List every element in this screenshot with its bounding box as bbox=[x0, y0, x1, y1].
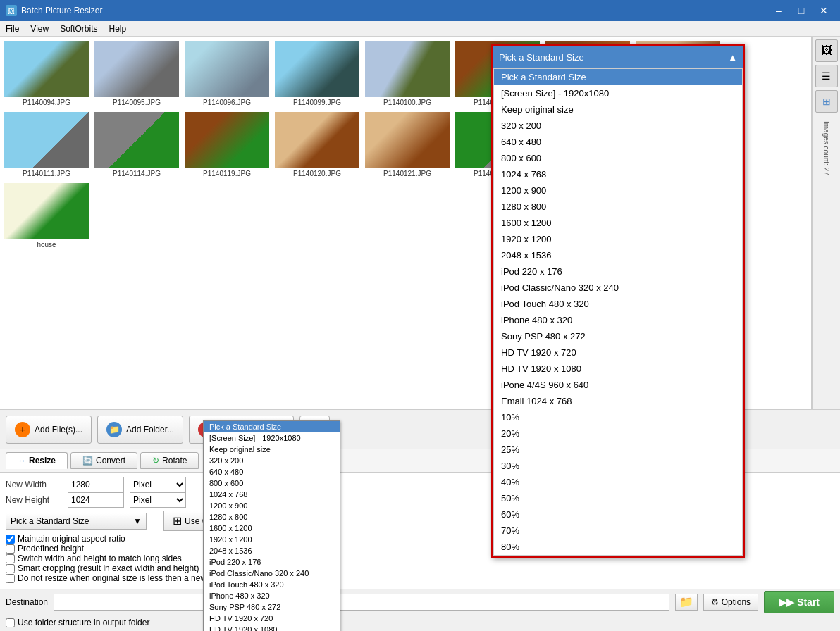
thumbnail-label: P1140095.JPG bbox=[113, 99, 161, 106]
dropdown-item[interactable]: 40% bbox=[494, 474, 742, 490]
thumbnail-image bbox=[4, 112, 89, 168]
small-dropdown-item[interactable]: HD TV 1920 x 720 bbox=[204, 613, 340, 624]
dropdown-list[interactable]: Pick a Standard Size[Screen Size] - 1920… bbox=[493, 68, 743, 556]
small-dropdown-item[interactable]: Keep original size bbox=[204, 444, 340, 455]
small-dropdown-item[interactable]: 1600 x 1200 bbox=[204, 523, 340, 534]
list-item[interactable]: P1140114.JPG bbox=[93, 111, 180, 179]
maintain-aspect-label: Maintain original aspect ratio bbox=[18, 534, 125, 544]
dropdown-item[interactable]: Keep original size bbox=[494, 101, 742, 118]
list-item[interactable]: P1140120.JPG bbox=[273, 111, 361, 179]
list-item[interactable]: house bbox=[3, 182, 90, 250]
dropdown-item[interactable]: iPod 220 x 176 bbox=[494, 263, 742, 280]
dropdown-item[interactable]: 20% bbox=[494, 425, 742, 442]
options-button[interactable]: ⚙ Options bbox=[703, 594, 758, 611]
dropdown-item[interactable]: 320 x 200 bbox=[494, 118, 742, 134]
sidebar-view-btn-3[interactable]: ⊞ bbox=[815, 90, 838, 113]
dropdown-item[interactable]: 80% bbox=[494, 539, 742, 555]
list-item[interactable]: P1140100.JPG bbox=[364, 39, 451, 108]
dropdown-item[interactable]: 2048 x 1536 bbox=[494, 247, 742, 263]
small-dropdown-item[interactable]: 640 x 480 bbox=[204, 466, 340, 477]
dropdown-item[interactable]: 10% bbox=[494, 409, 742, 425]
list-item[interactable]: P1140119.JPG bbox=[183, 111, 271, 179]
tab-resize[interactable]: ↔ Resize bbox=[6, 452, 68, 469]
destination-input[interactable] bbox=[54, 594, 669, 611]
close-button[interactable]: ✕ bbox=[813, 0, 834, 21]
dropdown-item[interactable]: iPod Touch 480 x 320 bbox=[494, 296, 742, 312]
dropdown-item[interactable]: HD TV 1920 x 1080 bbox=[494, 361, 742, 377]
new-width-input[interactable] bbox=[68, 477, 124, 492]
dropdown-item[interactable]: 60% bbox=[494, 506, 742, 523]
dropdown-item[interactable]: HD TV 1920 x 720 bbox=[494, 344, 742, 361]
small-dropdown-item[interactable]: Sony PSP 480 x 272 bbox=[204, 601, 340, 613]
sidebar-view-btn-1[interactable]: 🖼 bbox=[815, 39, 838, 62]
list-item[interactable]: P1140099.JPG bbox=[273, 39, 361, 108]
start-button[interactable]: ▶▶ Start bbox=[764, 591, 834, 613]
menu-file[interactable]: File bbox=[0, 21, 25, 37]
dropdown-item[interactable]: 1024 x 768 bbox=[494, 166, 742, 182]
dropdown-collapse-icon[interactable]: ▲ bbox=[728, 52, 737, 63]
standard-size-dropdown: Pick a Standard Size ▲ Pick a Standard S… bbox=[491, 44, 745, 558]
predefined-height-checkbox[interactable] bbox=[6, 544, 15, 554]
maintain-aspect-checkbox[interactable] bbox=[6, 535, 15, 544]
add-files-button[interactable]: + Add File(s)... bbox=[6, 416, 92, 444]
dropdown-item[interactable]: 50% bbox=[494, 490, 742, 506]
menu-softorbits[interactable]: SoftOrbits bbox=[54, 21, 103, 37]
list-item[interactable]: P1140094.JPG bbox=[3, 39, 90, 108]
dropdown-item[interactable]: 1600 x 1200 bbox=[494, 215, 742, 231]
thumbnail-image bbox=[365, 112, 450, 168]
height-unit-select[interactable]: Pixel Percent bbox=[130, 492, 186, 508]
dropdown-item[interactable]: 30% bbox=[494, 458, 742, 474]
list-item[interactable]: P1140095.JPG bbox=[93, 39, 180, 108]
switch-width-height-checkbox[interactable] bbox=[6, 554, 15, 563]
thumbnail-image bbox=[365, 41, 450, 97]
maximize-button[interactable]: □ bbox=[791, 0, 812, 21]
add-folder-button[interactable]: 📁 Add Folder... bbox=[97, 416, 183, 444]
menu-view[interactable]: View bbox=[25, 21, 54, 37]
small-dropdown-item[interactable]: 800 x 600 bbox=[204, 477, 340, 489]
folder-structure-checkbox[interactable] bbox=[6, 618, 15, 627]
rotate-tab-label: Rotate bbox=[162, 456, 187, 466]
small-dropdown-item[interactable]: 1200 x 900 bbox=[204, 500, 340, 511]
dropdown-item[interactable]: Pick a Standard Size bbox=[494, 69, 742, 85]
small-dropdown-item[interactable]: 1024 x 768 bbox=[204, 489, 340, 500]
menu-help[interactable]: Help bbox=[104, 21, 132, 37]
width-unit-select[interactable]: Pixel Percent bbox=[130, 477, 186, 492]
dropdown-item[interactable]: iPone 4/4S 960 x 640 bbox=[494, 377, 742, 393]
dropdown-item[interactable]: iPod Classic/Nano 320 x 240 bbox=[494, 280, 742, 296]
small-dropdown-item[interactable]: [Screen Size] - 1920x1080 bbox=[204, 432, 340, 444]
dropdown-item[interactable]: 800 x 600 bbox=[494, 150, 742, 166]
tab-convert[interactable]: 🔄 Convert bbox=[70, 452, 137, 469]
small-dropdown-item[interactable]: iPhone 480 x 320 bbox=[204, 590, 340, 601]
small-dropdown-item[interactable]: Pick a Standard Size bbox=[204, 421, 340, 432]
dropdown-item[interactable]: Email 1024 x 768 bbox=[494, 393, 742, 409]
sidebar-view-btn-2[interactable]: ☰ bbox=[815, 65, 838, 87]
do-not-resize-checkbox[interactable] bbox=[6, 574, 15, 583]
smart-cropping-checkbox[interactable] bbox=[6, 564, 15, 573]
small-dropdown[interactable]: Pick a Standard Size[Screen Size] - 1920… bbox=[203, 420, 340, 631]
standard-size-dropdown-trigger[interactable]: Pick a Standard Size ▼ bbox=[6, 513, 147, 530]
dropdown-item[interactable]: 1280 x 800 bbox=[494, 199, 742, 215]
list-item[interactable]: P1140121.JPG bbox=[364, 111, 451, 179]
dropdown-item[interactable]: [Screen Size] - 1920x1080 bbox=[494, 85, 742, 101]
list-item[interactable]: P1140096.JPG bbox=[183, 39, 271, 108]
list-item[interactable]: P1140111.JPG bbox=[3, 111, 90, 179]
minimize-button[interactable]: – bbox=[768, 0, 789, 21]
small-dropdown-item[interactable]: iPod Touch 480 x 320 bbox=[204, 579, 340, 590]
tab-rotate[interactable]: ↻ Rotate bbox=[140, 452, 199, 469]
dropdown-item[interactable]: 1920 x 1200 bbox=[494, 231, 742, 247]
small-dropdown-item[interactable]: 1280 x 800 bbox=[204, 511, 340, 523]
small-dropdown-item[interactable]: 1920 x 1200 bbox=[204, 534, 340, 545]
new-height-input[interactable] bbox=[68, 492, 124, 508]
dropdown-item[interactable]: 70% bbox=[494, 523, 742, 539]
small-dropdown-item[interactable]: HD TV 1920 x 1080 bbox=[204, 624, 340, 631]
small-dropdown-item[interactable]: iPod 220 x 176 bbox=[204, 556, 340, 568]
dropdown-item[interactable]: 25% bbox=[494, 442, 742, 458]
dropdown-item[interactable]: iPhone 480 x 320 bbox=[494, 312, 742, 328]
small-dropdown-item[interactable]: 320 x 200 bbox=[204, 455, 340, 466]
small-dropdown-item[interactable]: 2048 x 1536 bbox=[204, 545, 340, 556]
dropdown-item[interactable]: 1200 x 900 bbox=[494, 182, 742, 199]
dropdown-item[interactable]: 640 x 480 bbox=[494, 134, 742, 150]
browse-destination-button[interactable]: 📁 bbox=[675, 594, 698, 611]
small-dropdown-item[interactable]: iPod Classic/Nano 320 x 240 bbox=[204, 568, 340, 579]
dropdown-item[interactable]: Sony PSP 480 x 272 bbox=[494, 328, 742, 344]
